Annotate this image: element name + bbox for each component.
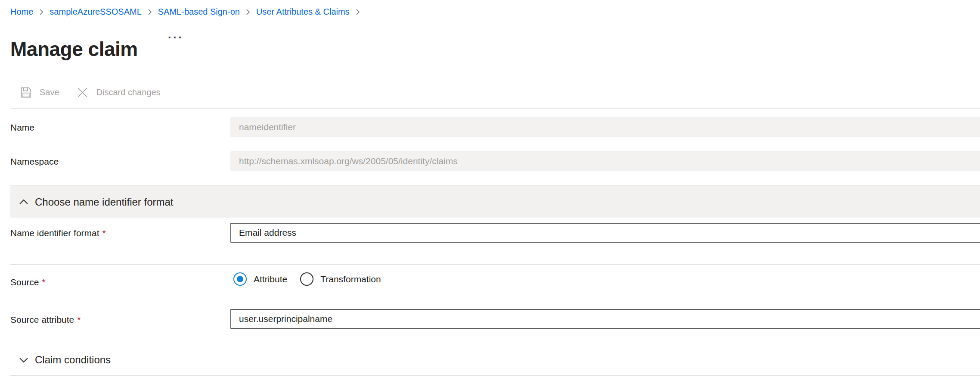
breadcrumb-item-sampleazuressosaml[interactable]: sampleAzureSSOSAML <box>50 7 141 17</box>
page-title: Manage claim <box>10 37 138 61</box>
required-asterisk: * <box>42 277 46 287</box>
save-button[interactable]: Save <box>20 86 59 99</box>
radio-selected-icon <box>233 272 247 286</box>
discard-changes-button-label: Discard changes <box>96 87 161 97</box>
chevron-right-icon <box>146 7 153 17</box>
namespace-input: http://schemas.xmlsoap.org/ws/2005/05/id… <box>230 151 980 171</box>
chevron-down-icon <box>19 356 29 364</box>
name-identifier-format-label: Name identifier format* <box>10 228 106 238</box>
x-icon <box>76 86 89 99</box>
radio-label: Transformation <box>320 274 381 284</box>
radio-label: Attribute <box>254 274 287 284</box>
breadcrumb-item-user-attributes-claims[interactable]: User Attributes & Claims <box>256 7 350 17</box>
source-label: Source* <box>10 277 46 287</box>
source-radio-attribute[interactable]: Attribute <box>233 272 287 286</box>
breadcrumb: Home sampleAzureSSOSAML SAML-based Sign-… <box>10 7 361 17</box>
chevron-up-icon <box>19 198 29 206</box>
chevron-right-icon <box>38 7 45 17</box>
required-asterisk: * <box>102 228 106 238</box>
breadcrumb-item-home[interactable]: Home <box>10 7 33 17</box>
name-field-label: Name <box>10 122 34 133</box>
breadcrumb-item-saml-based-sign-on[interactable]: SAML-based Sign-on <box>158 7 240 17</box>
chevron-right-icon <box>245 7 251 17</box>
namespace-field-label: Namespace <box>10 156 59 167</box>
section-choose-name-identifier-format[interactable]: Choose name identifier format <box>10 185 980 218</box>
section-title: Claim conditions <box>35 354 111 366</box>
source-radio-group: Attribute Transformation <box>233 272 381 286</box>
source-attribute-combobox[interactable]: user.userprincipalname <box>230 309 980 329</box>
divider <box>10 108 980 109</box>
source-attribute-label: Source attribute* <box>10 315 81 325</box>
discard-changes-button[interactable]: Discard changes <box>76 86 161 99</box>
required-asterisk: * <box>77 315 81 325</box>
manage-claim-page: Home sampleAzureSSOSAML SAML-based Sign-… <box>0 0 980 381</box>
save-icon <box>20 86 32 99</box>
name-input: nameidentifier <box>230 117 980 137</box>
divider <box>10 264 980 265</box>
command-bar: Save Discard changes <box>20 83 161 102</box>
section-claim-conditions[interactable]: Claim conditions <box>10 345 980 375</box>
section-title: Choose name identifier format <box>35 196 174 208</box>
more-options-button[interactable]: ··· <box>168 32 183 44</box>
name-identifier-format-select[interactable]: Email address <box>230 223 980 243</box>
save-button-label: Save <box>40 87 59 97</box>
divider <box>10 375 980 376</box>
ellipsis-icon: ··· <box>168 31 183 44</box>
radio-unselected-icon <box>300 272 313 286</box>
source-radio-transformation[interactable]: Transformation <box>300 272 381 286</box>
chevron-right-icon <box>354 7 361 17</box>
